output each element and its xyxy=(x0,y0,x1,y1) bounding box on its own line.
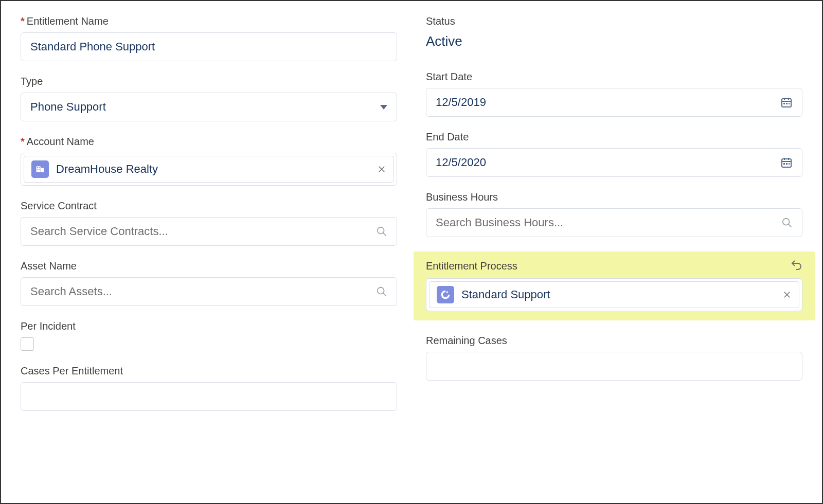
search-icon xyxy=(376,226,387,237)
search-icon xyxy=(376,286,387,297)
account-name-field: Account Name DreamHouse Realty xyxy=(21,136,397,186)
per-incident-checkbox[interactable] xyxy=(21,337,34,351)
status-field: Status Active xyxy=(426,15,802,49)
svg-rect-2 xyxy=(37,167,38,168)
svg-rect-23 xyxy=(783,163,785,165)
svg-line-27 xyxy=(789,224,792,227)
business-hours-lookup[interactable]: Search Business Hours... xyxy=(426,208,802,237)
svg-rect-16 xyxy=(783,103,785,104)
svg-point-8 xyxy=(378,227,384,234)
remaining-cases-field: Remaining Cases xyxy=(426,335,802,381)
entitlement-process-field: Entitlement Process Standard Support xyxy=(414,251,815,320)
service-contract-label: Service Contract xyxy=(21,200,397,212)
service-contract-field: Service Contract Search Service Contract… xyxy=(21,200,397,246)
per-incident-field: Per Incident xyxy=(21,320,397,351)
account-pill-left: DreamHouse Realty xyxy=(31,160,158,178)
cases-per-entitlement-field: Cases Per Entitlement xyxy=(21,365,397,411)
account-pill[interactable]: DreamHouse Realty xyxy=(24,156,394,183)
remaining-cases-label: Remaining Cases xyxy=(426,335,802,347)
calendar-icon[interactable] xyxy=(780,156,793,169)
status-label: Status xyxy=(426,15,802,27)
end-date-label: End Date xyxy=(426,131,802,143)
entitlement-form: Entitlement Name Type Phone Support Acco… xyxy=(0,0,823,504)
svg-point-28 xyxy=(446,291,448,293)
start-date-field: Start Date xyxy=(426,71,802,117)
entitlement-name-field: Entitlement Name xyxy=(21,15,397,61)
entitlement-name-input-wrap xyxy=(21,32,397,61)
account-icon xyxy=(31,160,49,178)
entitlement-process-pill-text: Standard Support xyxy=(461,288,550,301)
svg-rect-5 xyxy=(39,169,40,170)
entitlement-process-pill-left: Standard Support xyxy=(437,286,550,303)
entitlement-process-pill[interactable]: Standard Support xyxy=(429,281,799,308)
asset-name-field: Asset Name Search Assets... xyxy=(21,260,397,306)
entitlement-name-input[interactable] xyxy=(30,40,387,53)
svg-rect-18 xyxy=(789,103,790,104)
type-label: Type xyxy=(21,76,397,87)
business-hours-placeholder: Search Business Hours... xyxy=(436,216,563,229)
per-incident-label: Per Incident xyxy=(21,320,397,332)
cases-per-entitlement-input[interactable] xyxy=(30,390,387,403)
account-lookup-wrap: DreamHouse Realty xyxy=(21,153,397,186)
start-date-input-wrap[interactable] xyxy=(426,88,802,117)
account-clear-button[interactable] xyxy=(377,165,386,174)
svg-point-26 xyxy=(783,219,790,225)
svg-line-11 xyxy=(383,293,386,296)
search-icon xyxy=(781,217,793,228)
start-date-input[interactable] xyxy=(436,96,780,109)
end-date-field: End Date xyxy=(426,131,802,177)
asset-name-lookup[interactable]: Search Assets... xyxy=(21,277,397,306)
remaining-cases-input[interactable] xyxy=(436,359,793,373)
service-contract-lookup[interactable]: Search Service Contracts... xyxy=(21,217,397,246)
service-contract-placeholder: Search Service Contracts... xyxy=(30,225,168,238)
svg-rect-24 xyxy=(786,163,788,165)
end-date-input-wrap[interactable] xyxy=(426,148,802,177)
asset-name-placeholder: Search Assets... xyxy=(30,285,112,298)
svg-rect-25 xyxy=(789,163,790,165)
entitlement-process-icon xyxy=(437,286,454,303)
entitlement-process-lookup-wrap: Standard Support xyxy=(426,278,802,311)
entitlement-name-label: Entitlement Name xyxy=(21,15,397,27)
calendar-icon[interactable] xyxy=(780,96,793,109)
cases-per-entitlement-wrap xyxy=(21,382,397,411)
account-name-label: Account Name xyxy=(21,136,397,148)
business-hours-field: Business Hours Search Business Hours... xyxy=(426,191,802,237)
type-select[interactable]: Phone Support xyxy=(21,93,397,121)
status-value: Active xyxy=(426,32,802,49)
right-column: Status Active Start Date End Date Busin xyxy=(426,15,802,425)
svg-rect-3 xyxy=(39,167,40,168)
svg-point-10 xyxy=(378,287,384,294)
svg-line-9 xyxy=(383,233,386,236)
remaining-cases-wrap xyxy=(426,352,802,381)
svg-rect-0 xyxy=(37,166,41,172)
svg-rect-17 xyxy=(786,103,788,104)
svg-rect-1 xyxy=(41,168,44,172)
svg-rect-4 xyxy=(37,169,38,170)
type-field: Type Phone Support xyxy=(21,76,397,121)
business-hours-label: Business Hours xyxy=(426,191,802,203)
type-value: Phone Support xyxy=(30,100,106,114)
asset-name-label: Asset Name xyxy=(21,260,397,272)
account-pill-text: DreamHouse Realty xyxy=(56,163,158,176)
cases-per-entitlement-label: Cases Per Entitlement xyxy=(21,365,397,377)
entitlement-process-clear-button[interactable] xyxy=(782,290,792,299)
entitlement-process-label-row: Entitlement Process xyxy=(426,259,802,273)
undo-button[interactable] xyxy=(790,259,802,273)
end-date-input[interactable] xyxy=(436,156,780,169)
left-column: Entitlement Name Type Phone Support Acco… xyxy=(21,15,397,425)
entitlement-process-label: Entitlement Process xyxy=(426,260,517,272)
start-date-label: Start Date xyxy=(426,71,802,83)
chevron-down-icon xyxy=(380,105,387,110)
